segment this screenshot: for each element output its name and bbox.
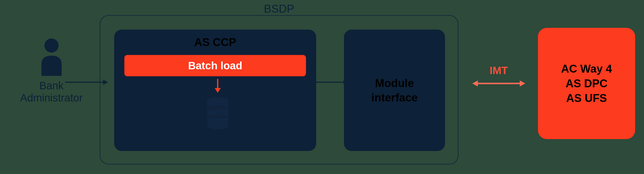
- double-arrow-icon: [472, 79, 525, 88]
- bsdp-container: BSDP AS CCP Batch load Module interface: [100, 15, 458, 164]
- imt-label: IMT: [472, 64, 525, 77]
- arrow-ccp-to-module: [309, 78, 349, 86]
- batch-load-label: Batch load: [188, 60, 242, 72]
- imt-connector: IMT: [472, 64, 525, 90]
- external-line-3: AS UFS: [566, 92, 607, 104]
- person-icon: [38, 38, 65, 76]
- module-interface-title: Module interface: [371, 76, 417, 105]
- svg-marker-12: [520, 80, 525, 86]
- svg-point-0: [44, 38, 59, 53]
- arrow-down-icon: [214, 79, 221, 93]
- svg-marker-9: [343, 80, 349, 85]
- bsdp-title: BSDP: [100, 3, 458, 15]
- external-line-2: AS DPC: [565, 77, 607, 90]
- batch-load-box: Batch load: [124, 55, 306, 76]
- external-systems-box: AC Way 4 AS DPC AS UFS: [538, 28, 635, 139]
- svg-marker-4: [215, 88, 221, 93]
- module-interface-box: Module interface: [344, 30, 445, 151]
- external-line-1: AC Way 4: [561, 62, 612, 75]
- actor-bank-administrator: Bank Administrator: [20, 38, 83, 104]
- database-icon: [206, 97, 229, 129]
- as-ccp-title: AS CCP: [114, 36, 316, 49]
- as-ccp-box: AS CCP Batch load: [114, 30, 316, 151]
- svg-marker-11: [472, 80, 478, 86]
